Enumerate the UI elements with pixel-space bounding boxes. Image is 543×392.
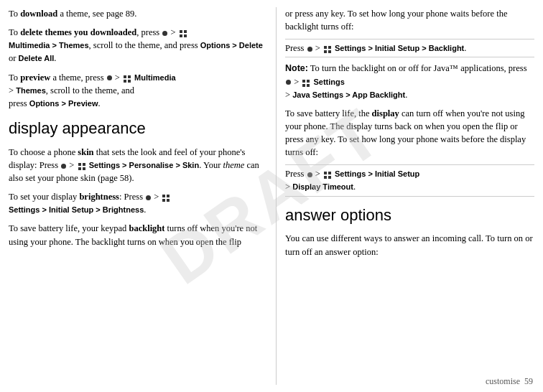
grid-icon-3 [78,162,86,170]
press-line-backlight: Press > Settings > Initial Setup > Backl… [285,39,534,57]
svg-rect-19 [328,50,331,53]
grid-icon-2 [123,74,131,83]
page-container: To download a theme, see page 89. To del… [0,0,543,392]
cmd-settings-initial-backlight: Settings > Initial Setup > Backlight [335,44,464,52]
svg-rect-16 [324,46,327,49]
nav-bullet-6 [286,80,291,85]
svg-rect-20 [302,80,305,83]
cmd-java-settings-backlight: Java Settings > App Backlight [292,90,405,99]
cmd-themes-2: Themes [16,86,46,95]
cmd-settings-initial-brightness: Settings > Initial Setup > Brightness [9,205,144,214]
svg-rect-27 [328,176,331,179]
cmd-multimedia-themes-2: Multimedia [134,73,175,82]
grid-icon-5 [323,45,332,53]
para-backlight: To save battery life, your keypad backli… [9,222,267,248]
svg-rect-9 [83,163,85,166]
nav-bullet-5 [307,47,312,52]
svg-rect-3 [184,34,187,37]
svg-rect-13 [167,195,170,197]
svg-rect-4 [124,75,126,78]
svg-rect-21 [307,80,310,83]
svg-rect-10 [78,167,81,170]
cmd-delete-all: Delete All [19,54,55,62]
para-answer: You can use different ways to answer an … [285,232,534,258]
footer-label: customise [486,375,520,388]
note-label: Note: [285,63,308,73]
para-preview: To preview a theme, press > Multimedia >… [9,71,267,110]
svg-rect-26 [324,176,327,179]
grid-icon-1 [179,29,187,37]
cmd-options: Options > Delete [200,41,263,50]
cmd-settings-initial-display: Settings > Initial Setup [335,169,419,178]
svg-rect-6 [124,80,126,83]
theme-italic: theme [223,160,244,170]
svg-rect-12 [162,195,165,197]
bold-backlight: backlight [129,223,164,233]
nav-bullet-3 [61,164,66,169]
para-backlight-cont: or press any key. To set how long your p… [285,7,534,33]
left-column: To download a theme, see page 89. To del… [9,7,267,385]
answer-options-heading: answer options [285,204,534,227]
nav-bullet-1 [162,31,167,36]
cmd-settings-java: Settings [313,78,344,86]
svg-rect-17 [328,46,331,49]
nav-bullet-4 [146,195,151,200]
svg-rect-24 [324,172,327,174]
cmd-options-preview: Options > Preview [29,99,98,108]
svg-rect-15 [167,199,170,202]
grid-icon-6 [302,78,310,87]
para-skin: To choose a phone skin that sets the loo… [9,146,267,185]
press-line-display: Press > Settings > Initial Setup > Displ… [285,164,534,196]
bold-display: display [372,108,399,118]
right-column: or press any key. To set how long your p… [276,7,534,385]
cmd-multimedia-themes: Multimedia > Themes [9,41,89,50]
svg-rect-23 [307,84,310,87]
footer: customise 59 [486,375,533,388]
svg-rect-22 [302,84,305,87]
svg-rect-14 [162,199,165,202]
svg-rect-5 [128,75,131,78]
svg-rect-7 [128,80,131,83]
svg-rect-11 [83,167,85,170]
bold-delete: delete themes you downloaded [20,27,136,37]
bold-download: download [20,9,57,19]
para-brightness: To set your display brightness: Press > … [9,190,267,216]
bold-brightness: brightness [79,192,119,202]
svg-rect-8 [78,163,81,166]
grid-icon-4 [162,193,170,202]
nav-bullet-7 [307,172,312,177]
footer-page: 59 [524,375,533,388]
svg-rect-2 [180,34,182,37]
para-display: To save battery life, the display can tu… [285,107,534,159]
svg-rect-0 [180,30,182,33]
bold-preview: preview [20,73,50,83]
svg-rect-25 [328,172,331,174]
para-download: To download a theme, see page 89. [9,7,267,20]
svg-rect-1 [184,30,187,33]
grid-icon-7 [323,170,332,179]
nav-bullet-2 [107,75,112,80]
display-appearance-heading: display appearance [9,117,267,140]
bold-skin: skin [78,147,93,157]
para-delete: To delete themes you downloaded, press >… [9,26,267,65]
para-note: Note: To turn the backlight on or off fo… [285,62,534,101]
svg-rect-18 [324,50,327,53]
cmd-display-timeout: Display Timeout [292,182,353,191]
cmd-settings-personalise-skin: Settings > Personalise > Skin [89,161,199,169]
